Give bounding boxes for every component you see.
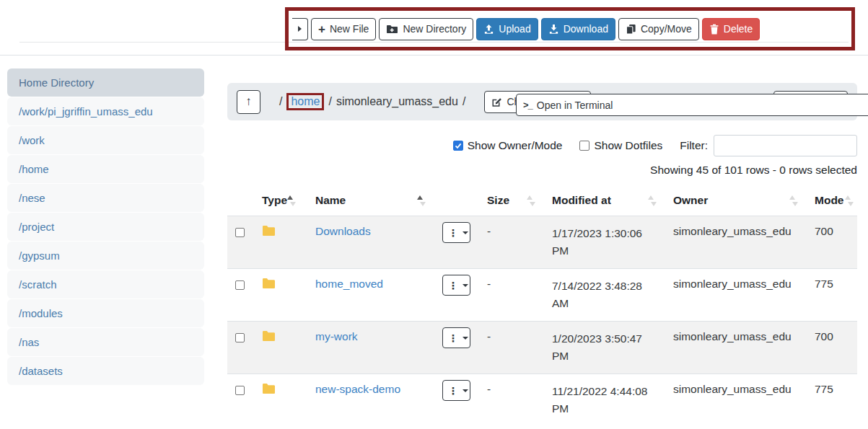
file-mode: 700 [815, 225, 857, 238]
sort-arrows-modified[interactable] [648, 195, 656, 207]
file-mode: 775 [815, 278, 857, 291]
row-actions-dropdown[interactable]: ⋮ [442, 222, 470, 243]
breadcrumb-link-home[interactable]: home [286, 93, 324, 110]
filter-row: Show Owner/Mode Show Dotfiles Filter: [227, 134, 857, 156]
upload-button[interactable]: Upload [476, 18, 538, 40]
show-owner-mode-group: Show Owner/Mode [453, 139, 563, 152]
sidebar-item-modules[interactable]: /modules [7, 299, 204, 327]
row-actions-dropdown[interactable]: ⋮ [442, 327, 470, 348]
file-size: - [487, 330, 552, 343]
directory-sidebar: Home Directory /work/pi_jgriffin_umass_e… [7, 68, 204, 386]
table-row: Downloads ⋮ - 1/17/2023 1:30:06 PM simon… [227, 216, 857, 269]
column-header-owner[interactable]: Owner [673, 194, 815, 207]
file-name-link[interactable]: home_moved [315, 278, 383, 290]
show-owner-mode-label: Show Owner/Mode [468, 139, 563, 152]
row-checkbox[interactable] [235, 280, 245, 290]
caret-right-icon [298, 26, 302, 32]
show-dotfiles-checkbox[interactable] [579, 141, 589, 151]
kebab-icon: ⋮ [448, 332, 458, 344]
kebab-icon: ⋮ [448, 280, 458, 291]
download-button[interactable]: Download [541, 18, 615, 40]
sort-arrows-mode[interactable] [845, 195, 853, 207]
table-header: Type Name Size Modified at Owner Mode [227, 185, 857, 216]
sort-arrows-name[interactable] [417, 195, 425, 207]
column-header-size[interactable]: Size [487, 194, 552, 207]
check-icon [455, 142, 462, 149]
filter-input[interactable] [714, 135, 857, 156]
delete-button[interactable]: Delete [702, 18, 760, 40]
kebab-icon: ⋮ [448, 227, 458, 239]
file-owner: simonleary_umass_edu [673, 383, 815, 396]
show-owner-mode-checkbox[interactable] [453, 141, 463, 151]
copy-move-button[interactable]: Copy/Move [618, 18, 699, 40]
sidebar-item-nas[interactable]: /nas [7, 328, 204, 356]
show-dotfiles-label: Show Dotfiles [594, 139, 662, 152]
sidebar-item-gypsum[interactable]: /gypsum [7, 242, 204, 270]
column-header-modified[interactable]: Modified at [552, 194, 673, 207]
open-in-terminal-label: Open in Terminal [537, 99, 613, 111]
file-mode: 775 [815, 383, 857, 396]
trash-icon [709, 24, 719, 35]
file-browser-main: ↑ / home / simonleary_umass_edu / Change… [227, 83, 857, 427]
file-size: - [487, 383, 552, 396]
sidebar-item-datasets[interactable]: /datasets [7, 357, 204, 385]
sort-arrows-size[interactable] [527, 195, 535, 207]
file-modified: 1/17/2023 1:30:06 PM [552, 225, 673, 260]
caret-down-icon [463, 284, 468, 287]
file-size: - [487, 225, 552, 238]
sidebar-item-work-pi-jgriffin[interactable]: /work/pi_jgriffin_umass_edu [7, 97, 204, 125]
breadcrumb-separator: / [328, 95, 331, 108]
table-row: home_moved ⋮ - 7/14/2022 3:48:28 AM simo… [227, 269, 857, 322]
folder-plus-icon [386, 24, 398, 35]
file-owner: simonleary_umass_edu [673, 278, 815, 291]
go-up-directory-button[interactable]: ↑ [237, 90, 260, 114]
breadcrumb: / home / simonleary_umass_edu / [279, 93, 465, 110]
copy-icon [626, 24, 636, 35]
row-checkbox[interactable] [235, 228, 245, 237]
folder-icon [262, 225, 276, 236]
file-name-link[interactable]: Downloads [315, 225, 371, 237]
column-header-type[interactable]: Type [262, 194, 315, 207]
sidebar-item-home[interactable]: /home [7, 155, 204, 183]
sidebar-item-scratch[interactable]: /scratch [7, 270, 204, 298]
file-name-link[interactable]: my-work [315, 330, 358, 342]
column-header-name[interactable]: Name [315, 194, 442, 207]
row-actions-dropdown[interactable]: ⋮ [442, 275, 470, 296]
column-header-mode[interactable]: Mode [815, 194, 857, 207]
sidebar-item-nese[interactable]: /nese [7, 184, 204, 212]
terminal-icon: >_ [523, 99, 532, 110]
show-dotfiles-group: Show Dotfiles [579, 139, 662, 152]
file-modified: 11/21/2022 4:44:08 PM [552, 383, 673, 417]
table-row: my-work ⋮ - 1/20/2023 3:50:47 PM simonle… [227, 322, 857, 374]
new-directory-button[interactable]: New Directory [379, 18, 473, 40]
upload-icon [483, 24, 494, 35]
page-divider [0, 55, 868, 56]
file-mode: 700 [815, 330, 857, 343]
file-owner: simonleary_umass_edu [673, 330, 815, 343]
download-icon [548, 24, 559, 35]
breadcrumb-current-dir: simonleary_umass_edu [336, 95, 458, 108]
row-checkbox[interactable] [235, 386, 245, 395]
sidebar-item-project[interactable]: /project [7, 213, 204, 241]
breadcrumb-separator: / [279, 95, 282, 108]
breadcrumb-separator: / [463, 95, 465, 108]
row-actions-dropdown[interactable]: ⋮ [442, 380, 470, 401]
new-directory-label: New Directory [403, 23, 466, 35]
sort-arrows-owner[interactable] [789, 195, 797, 207]
rows-status-text: Showing 45 of 101 rows - 0 rows selected [227, 164, 857, 177]
filter-label: Filter: [680, 139, 708, 152]
open-in-terminal-dropdown-toggle[interactable] [292, 18, 308, 40]
kebab-icon: ⋮ [448, 385, 458, 397]
new-file-button[interactable]: + New File [311, 18, 376, 40]
sidebar-item-work[interactable]: /work [7, 126, 204, 154]
annotation-box-toolbar: >_ Open in Terminal + New File New Direc… [285, 7, 855, 50]
edit-icon [491, 97, 502, 107]
caret-down-icon [463, 337, 468, 340]
folder-icon [262, 278, 276, 288]
open-in-terminal-button[interactable]: >_ Open in Terminal [516, 94, 868, 116]
file-name-link[interactable]: new-spack-demo [315, 383, 400, 395]
sort-arrows-type[interactable] [287, 195, 295, 207]
sidebar-item-home-directory[interactable]: Home Directory [7, 68, 204, 97]
row-checkbox[interactable] [235, 333, 245, 342]
upload-label: Upload [499, 23, 530, 35]
